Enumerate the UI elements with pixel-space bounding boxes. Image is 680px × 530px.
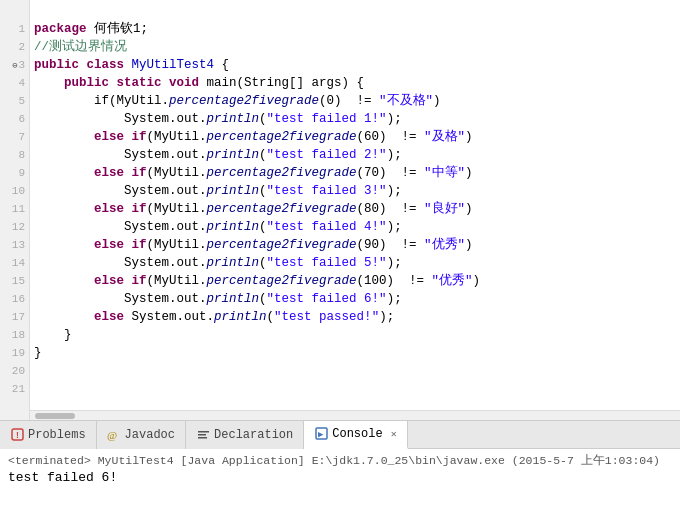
line-number: 6	[0, 110, 29, 128]
tab-console[interactable]: ▶Console✕	[304, 421, 407, 449]
declaration-tab-label: Declaration	[214, 428, 293, 442]
line-number: 14	[0, 254, 29, 272]
line-number: 9	[0, 164, 29, 182]
line-number: 7	[0, 128, 29, 146]
scrollbar-thumb[interactable]	[35, 413, 75, 419]
line-number: 21	[0, 380, 29, 398]
declaration-tab-icon	[196, 428, 210, 442]
code-line[interactable]: if(MyUtil.percentage2fivegrade(0) != "不及…	[34, 92, 676, 110]
terminated-line: <terminated> MyUtilTest4 [Java Applicati…	[8, 453, 672, 468]
code-line[interactable]: else if(MyUtil.percentage2fivegrade(70) …	[34, 164, 676, 182]
code-line[interactable]: else if(MyUtil.percentage2fivegrade(80) …	[34, 200, 676, 218]
horizontal-scrollbar[interactable]	[30, 410, 680, 420]
code-line[interactable]: System.out.println("test failed 1!");	[34, 110, 676, 128]
bottom-panel: !Problems@JavadocDeclaration▶Console✕ <t…	[0, 420, 680, 530]
line-number: 18	[0, 326, 29, 344]
code-line[interactable]: System.out.println("test failed 2!");	[34, 146, 676, 164]
code-line[interactable]: else if(MyUtil.percentage2fivegrade(60) …	[34, 128, 676, 146]
code-line[interactable]: System.out.println("test failed 3!");	[34, 182, 676, 200]
code-line[interactable]	[34, 2, 676, 20]
code-line[interactable]: System.out.println("test failed 6!");	[34, 290, 676, 308]
code-line[interactable]: public static void main(String[] args) {	[34, 74, 676, 92]
code-line[interactable]: }	[34, 326, 676, 344]
console-output: test failed 6!	[8, 470, 672, 485]
line-number: 4	[0, 74, 29, 92]
console-content: <terminated> MyUtilTest4 [Java Applicati…	[0, 449, 680, 530]
line-number: 12	[0, 218, 29, 236]
code-line[interactable]	[34, 380, 676, 398]
svg-text:@: @	[107, 429, 117, 441]
line-number: 17	[0, 308, 29, 326]
line-number: 11	[0, 200, 29, 218]
code-line[interactable]: System.out.println("test failed 4!");	[34, 218, 676, 236]
line-number: 19	[0, 344, 29, 362]
code-content[interactable]: package 何伟钦1;//测试边界情况public class MyUtil…	[30, 0, 680, 420]
tab-javadoc[interactable]: @Javadoc	[97, 421, 186, 449]
javadoc-tab-label: Javadoc	[125, 428, 175, 442]
code-line[interactable]: //测试边界情况	[34, 38, 676, 56]
line-number: 1	[0, 20, 29, 38]
line-number: 15	[0, 272, 29, 290]
line-number	[0, 2, 29, 20]
code-line[interactable]: package 何伟钦1;	[34, 20, 676, 38]
code-line[interactable]: else if(MyUtil.percentage2fivegrade(90) …	[34, 236, 676, 254]
svg-rect-4	[198, 434, 206, 436]
line-number: 20	[0, 362, 29, 380]
line-number: 2	[0, 38, 29, 56]
line-number: 10	[0, 182, 29, 200]
svg-text:!: !	[14, 431, 19, 441]
code-line[interactable]: public class MyUtilTest4 {	[34, 56, 676, 74]
code-line[interactable]: else if(MyUtil.percentage2fivegrade(100)…	[34, 272, 676, 290]
tab-problems[interactable]: !Problems	[0, 421, 97, 449]
console-tab-icon: ▶	[314, 427, 328, 441]
svg-text:▶: ▶	[318, 430, 324, 440]
javadoc-tab-icon: @	[107, 428, 121, 442]
line-number: 5	[0, 92, 29, 110]
tab-declaration[interactable]: Declaration	[186, 421, 304, 449]
line-number: 8	[0, 146, 29, 164]
code-line[interactable]: else System.out.println("test passed!");	[34, 308, 676, 326]
problems-tab-icon: !	[10, 428, 24, 442]
code-line[interactable]: System.out.println("test failed 5!");	[34, 254, 676, 272]
line-number: 16	[0, 290, 29, 308]
editor-area: 123456789101112131415161718192021 packag…	[0, 0, 680, 420]
svg-rect-3	[198, 431, 209, 433]
code-line[interactable]	[34, 362, 676, 380]
svg-rect-5	[198, 437, 207, 439]
problems-tab-label: Problems	[28, 428, 86, 442]
console-close-icon[interactable]: ✕	[391, 428, 397, 440]
collapse-icon[interactable]: ⊖	[0, 56, 30, 74]
line-number: 13	[0, 236, 29, 254]
tabs-bar: !Problems@JavadocDeclaration▶Console✕	[0, 421, 680, 449]
code-line[interactable]: }	[34, 344, 676, 362]
console-tab-label: Console	[332, 427, 382, 441]
